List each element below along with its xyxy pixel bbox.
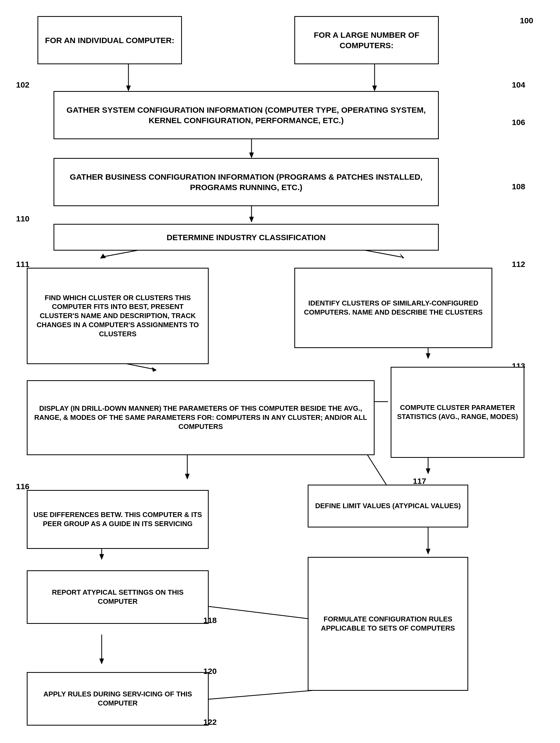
label-122: 122 [203,717,217,727]
label-104: 104 [512,80,525,89]
svg-marker-7 [249,217,254,222]
apply-rules-box: APPLY RULES DURING SERV-ICING OF THIS CO… [27,672,209,726]
label-111: 111 [16,260,30,269]
label-120: 120 [203,667,217,676]
flowchart-diagram: 100 FOR AN INDIVIDUAL COMPUTER: FOR A LA… [0,0,560,743]
svg-marker-14 [152,367,156,372]
label-110: 110 [16,214,30,223]
large-number-header: FOR A LARGE NUMBER OF COMPUTERS: [294,16,439,64]
find-cluster-box: FIND WHICH CLUSTER OR CLUSTERS THIS COMP… [27,268,209,364]
determine-industry-box: DETERMINE INDUSTRY CLASSIFICATION [53,224,439,251]
svg-marker-11 [400,254,404,258]
svg-marker-1 [126,86,131,91]
label-108: 108 [512,182,525,191]
svg-marker-26 [426,549,430,554]
individual-computer-header: FOR AN INDIVIDUAL COMPUTER: [38,16,182,64]
svg-marker-22 [185,474,189,479]
gather-business-box: GATHER BUSINESS CONFIGURATION INFORMATIO… [53,158,439,206]
use-differences-box: USE DIFFERENCES BETW. THIS COMPUTER & IT… [27,490,209,549]
report-atypical-box: REPORT ATYPICAL SETTINGS ON THIS COMPUTE… [27,570,209,624]
gather-system-box: GATHER SYSTEM CONFIGURATION INFORMATION … [53,91,439,139]
compute-cluster-box: COMPUTE CLUSTER PARAMETER STATISTICS (AV… [391,367,524,458]
svg-marker-5 [249,152,254,158]
svg-marker-16 [426,353,430,359]
label-106: 106 [512,118,525,127]
label-117: 117 [413,477,426,486]
svg-marker-20 [426,469,430,474]
formulate-config-box: FORMULATE CONFIGURATION RULES APPLICABLE… [308,557,468,691]
label-100: 100 [520,16,533,25]
label-102: 102 [16,80,30,89]
svg-marker-9 [100,254,106,258]
svg-marker-3 [372,86,377,91]
svg-marker-32 [99,659,104,664]
label-116: 116 [16,482,30,491]
identify-clusters-box: IDENTIFY CLUSTERS OF SIMILARLY-CONFIGURE… [294,268,492,348]
svg-marker-28 [99,554,104,560]
label-118: 118 [203,616,217,625]
display-parameters-box: DISPLAY (IN DRILL-DOWN MANNER) THE PARAM… [27,380,375,455]
label-112: 112 [512,260,525,269]
define-limit-box: DEFINE LIMIT VALUES (ATYPICAL VALUES) [308,485,468,527]
